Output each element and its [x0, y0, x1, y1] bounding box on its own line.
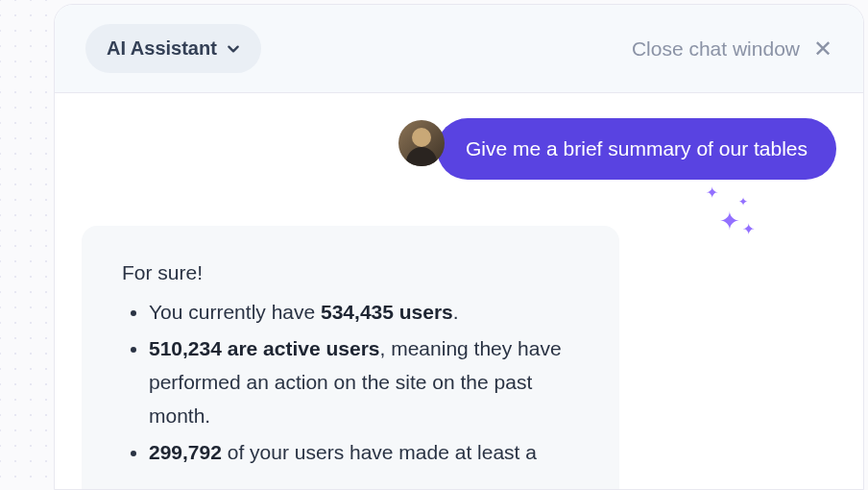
chat-panel: AI Assistant Close chat window ✕ Give me… — [54, 4, 864, 490]
user-message-bubble: Give me a brief summary of our tables — [437, 118, 836, 180]
assistant-dropdown[interactable]: AI Assistant — [85, 24, 261, 73]
sparkle-icon: ✦ ✦ ✦ ✦ — [696, 184, 763, 251]
close-chat-label: Close chat window — [632, 37, 800, 61]
user-message-text: Give me a brief summary of our tables — [466, 137, 808, 159]
avatar — [398, 120, 445, 166]
user-message-row: Give me a brief summary of our tables — [82, 118, 836, 180]
decorative-dots-background — [0, 0, 58, 490]
list-item: 510,234 are active users, meaning they h… — [149, 332, 579, 432]
close-chat-button[interactable]: Close chat window ✕ — [632, 37, 832, 61]
assistant-dropdown-label: AI Assistant — [107, 37, 217, 60]
list-item: 299,792 of your users have made at least… — [149, 436, 579, 470]
chevron-down-icon — [227, 42, 240, 56]
chat-body: Give me a brief summary of our tables ✦ … — [55, 93, 863, 490]
close-icon: ✕ — [813, 37, 832, 61]
assistant-bullet-list: You currently have 534,435 users. 510,23… — [122, 296, 579, 470]
assistant-intro-text: For sure! — [122, 257, 579, 290]
assistant-message-bubble: For sure! You currently have 534,435 use… — [82, 226, 619, 490]
chat-header: AI Assistant Close chat window ✕ — [55, 5, 863, 93]
list-item: You currently have 534,435 users. — [149, 296, 579, 330]
